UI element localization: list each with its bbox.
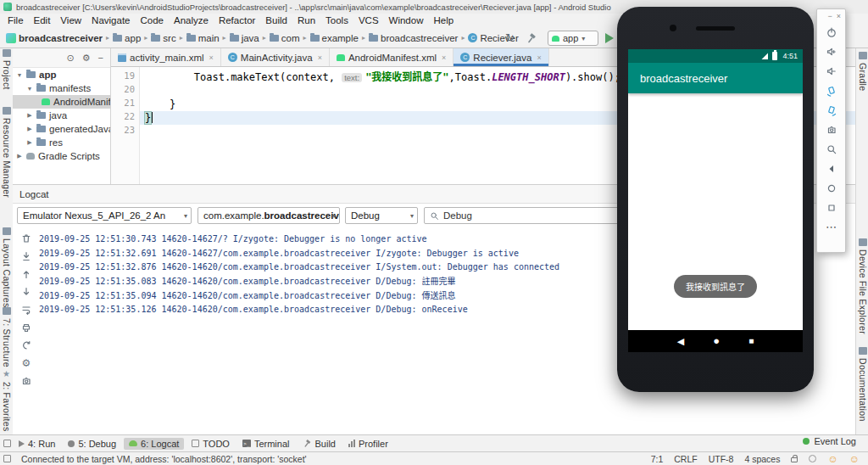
menu-view[interactable]: View bbox=[55, 14, 86, 28]
menu-run[interactable]: Run bbox=[292, 14, 320, 28]
tool-tab-resource-manager[interactable]: Resource Manager bbox=[0, 107, 13, 198]
tool-tab-logcat[interactable]: 6: Logcat bbox=[124, 438, 184, 450]
tool-tab-gradle[interactable]: Gradle bbox=[856, 52, 868, 91]
tool-tab-debug[interactable]: 5: Debug bbox=[63, 438, 121, 450]
close-tab-icon[interactable]: × bbox=[318, 53, 322, 62]
clear-logcat-button[interactable] bbox=[20, 232, 32, 244]
tool-tab-profiler[interactable]: Profiler bbox=[343, 438, 393, 450]
collapse-arrow-icon[interactable]: ▼ bbox=[16, 72, 23, 78]
lock-icon[interactable] bbox=[791, 457, 798, 462]
indent-widget[interactable]: 4 spaces bbox=[744, 454, 780, 464]
line-separator-widget[interactable]: CRLF bbox=[674, 454, 697, 464]
breadcrumb-item[interactable]: example bbox=[310, 33, 359, 43]
tab-mainactivity-java[interactable]: C MainActivity.java × bbox=[221, 48, 330, 66]
volume-down-button[interactable] bbox=[817, 61, 845, 81]
menu-edit[interactable]: Edit bbox=[29, 14, 56, 28]
smiley-icon[interactable]: ☺ bbox=[827, 454, 837, 464]
expand-arrow-icon[interactable]: ▶ bbox=[16, 153, 23, 160]
collapse-arrow-icon[interactable]: ▼ bbox=[26, 86, 33, 92]
nav-home-button[interactable]: ● bbox=[713, 330, 720, 352]
tab-reciever-java[interactable]: C Reciever.java × bbox=[453, 48, 548, 66]
settings-button[interactable]: ⚙ bbox=[22, 357, 31, 369]
menu-analyze[interactable]: Analyze bbox=[169, 14, 214, 28]
tab-androidmanifest-xml[interactable]: AndroidManifest.xml × bbox=[330, 48, 453, 66]
tree-item-java[interactable]: ▶ java bbox=[13, 109, 110, 122]
build-hammer-icon[interactable] bbox=[526, 32, 537, 44]
restart-button[interactable] bbox=[20, 339, 32, 351]
tool-tab-documentation[interactable]: Documentation bbox=[856, 347, 868, 422]
tool-tab-project[interactable]: Project bbox=[0, 49, 13, 90]
encoding-widget[interactable]: UTF-8 bbox=[709, 454, 734, 464]
tool-tab-structure[interactable]: 7: Structure bbox=[0, 307, 13, 367]
screenshot-button[interactable] bbox=[20, 375, 32, 387]
breadcrumb-item[interactable]: com bbox=[270, 33, 300, 43]
tool-windows-icon[interactable] bbox=[3, 440, 11, 447]
home-button[interactable] bbox=[817, 178, 845, 198]
close-tab-icon[interactable]: × bbox=[537, 53, 541, 62]
process-select[interactable]: com.example.broadcastreceiver (1 ▾ bbox=[198, 207, 340, 224]
code-line[interactable]: Toast.makeText(context, text:"我接收到訊息了",T… bbox=[145, 70, 620, 84]
breadcrumb-item[interactable]: java bbox=[230, 33, 259, 43]
expand-arrow-icon[interactable]: ▶ bbox=[26, 112, 33, 119]
tab-activity-main-xml[interactable]: activity_main.xml × bbox=[111, 48, 221, 66]
menu-tools[interactable]: Tools bbox=[320, 14, 353, 28]
device-select[interactable]: Emulator Nexus_5_API_26_2 An ▾ bbox=[17, 207, 192, 224]
nav-back-button[interactable]: ◀ bbox=[677, 330, 684, 352]
menu-code[interactable]: Code bbox=[135, 14, 169, 28]
rotate-left-button[interactable] bbox=[817, 81, 845, 100]
minimize-button[interactable]: − bbox=[827, 12, 832, 20]
screenshot-button[interactable] bbox=[817, 120, 845, 139]
tree-item-manifests[interactable]: ▼ manifests bbox=[13, 81, 110, 95]
breadcrumb-item[interactable]: app bbox=[113, 33, 141, 43]
expand-arrow-icon[interactable]: ▶ bbox=[26, 139, 33, 146]
gradle-sync-icon[interactable]: ↻ bbox=[505, 31, 515, 44]
run-config-select[interactable]: app ▾ bbox=[548, 31, 598, 46]
indicator-icon[interactable] bbox=[809, 455, 816, 462]
hide-panel-icon[interactable]: − bbox=[98, 53, 103, 63]
down-stack-button[interactable] bbox=[20, 286, 32, 298]
overview-button[interactable] bbox=[817, 198, 845, 217]
scroll-to-end-button[interactable] bbox=[20, 250, 32, 262]
event-log-button[interactable]: Event Log bbox=[803, 436, 856, 446]
gear-icon[interactable]: ⚙ bbox=[82, 53, 91, 64]
breadcrumb-item[interactable]: broadcastreceiver bbox=[6, 33, 103, 43]
close-tab-icon[interactable]: × bbox=[209, 53, 214, 62]
status-panel-icon[interactable] bbox=[3, 455, 11, 462]
menu-window[interactable]: Window bbox=[384, 14, 429, 28]
tree-item-androidmanifest[interactable]: AndroidManifest.xml bbox=[13, 95, 110, 109]
locate-file-icon[interactable]: ⊙ bbox=[66, 53, 74, 64]
power-button[interactable] bbox=[817, 22, 845, 42]
menu-navigate[interactable]: Navigate bbox=[86, 14, 135, 28]
emulator-screen[interactable]: 4:51 broadcastreceiver 我接收到訊息了 ◀ ● ■ bbox=[628, 49, 803, 352]
close-button[interactable]: × bbox=[837, 12, 841, 20]
menu-vcs[interactable]: VCS bbox=[353, 14, 384, 28]
tool-tab-todo[interactable]: TODO bbox=[186, 438, 235, 450]
android-app-body[interactable]: 我接收到訊息了 bbox=[628, 93, 803, 330]
code-line[interactable]: } bbox=[145, 98, 175, 111]
code-line[interactable]: } bbox=[145, 111, 151, 125]
menu-file[interactable]: File bbox=[3, 14, 29, 28]
tool-tab-favorites[interactable]: ★ 2: Favorites bbox=[0, 370, 13, 431]
run-button[interactable] bbox=[605, 33, 614, 43]
soft-wrap-button[interactable] bbox=[20, 304, 32, 316]
menu-help[interactable]: Help bbox=[428, 14, 459, 28]
tree-item-generatedjava[interactable]: ▶ generatedJava bbox=[13, 122, 110, 136]
back-button[interactable] bbox=[817, 159, 845, 178]
zoom-button[interactable] bbox=[817, 139, 845, 159]
tool-tab-run[interactable]: 4: Run bbox=[14, 438, 60, 450]
smiley-icon[interactable]: ☺ bbox=[849, 454, 860, 464]
caret-position[interactable]: 7:1 bbox=[651, 454, 664, 464]
breadcrumb-item[interactable]: main bbox=[186, 33, 220, 43]
breadcrumb-item[interactable]: src bbox=[151, 33, 175, 43]
breadcrumb-item[interactable]: broadcastreceiver bbox=[369, 33, 458, 43]
tool-tab-terminal[interactable]: >_Terminal bbox=[237, 438, 295, 450]
tree-item-res[interactable]: ▶ res bbox=[13, 136, 110, 149]
tree-item-gradle-scripts[interactable]: ▶ Gradle Scripts bbox=[13, 149, 110, 163]
more-button[interactable]: ⋯ bbox=[817, 217, 845, 237]
expand-arrow-icon[interactable]: ▶ bbox=[26, 126, 33, 132]
print-button[interactable] bbox=[20, 322, 32, 333]
menu-refactor[interactable]: Refactor bbox=[214, 14, 260, 28]
tree-item-app[interactable]: ▼ app bbox=[13, 68, 110, 81]
logcat-search-input[interactable]: Debug bbox=[424, 207, 624, 224]
nav-overview-button[interactable]: ■ bbox=[748, 330, 754, 352]
